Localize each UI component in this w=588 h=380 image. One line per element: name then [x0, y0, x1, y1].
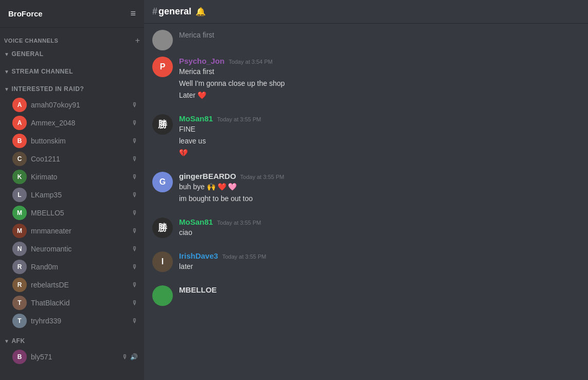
avatar: [152, 285, 173, 306]
list-item[interactable]: C Coo1211 🎙: [2, 150, 142, 168]
bell-icon[interactable]: 🔔: [195, 7, 206, 16]
message-line: Later ❤️: [179, 90, 580, 101]
message-header: MoSan81 Today at 3:55 PM: [179, 114, 580, 123]
sidebar: BroForce ≡ VOICE CHANNELS + ▼ General ▼ …: [0, 0, 144, 380]
message-text: FINEleave us💔: [179, 124, 580, 158]
message-header: Psycho_Jon Today at 3:54 PM: [179, 57, 580, 65]
message-content: MBELLOE: [179, 285, 580, 306]
mic-icon: 🎙: [132, 191, 138, 198]
server-header[interactable]: BroForce ≡: [0, 0, 144, 28]
message-timestamp: Today at 3:55 PM: [222, 254, 266, 260]
message-author: IrishDave3: [179, 251, 218, 260]
voice-channels-label: VOICE CHANNELS: [4, 38, 58, 44]
channel-name-text: general: [158, 6, 191, 16]
list-item[interactable]: N Neuromantic 🎙: [2, 240, 142, 258]
mic-icon: 🎙: [132, 317, 138, 324]
list-item[interactable]: B bly571 🎙 🔊: [2, 348, 142, 366]
list-item[interactable]: T tryhrd339 🎙: [2, 312, 142, 330]
message-timestamp: Today at 3:54 PM: [228, 59, 273, 65]
list-item[interactable]: K Kirimato 🎙: [2, 168, 142, 186]
user-name-label: mnmaneater: [31, 227, 132, 235]
message-line: Merica first: [179, 30, 580, 41]
message-group: I IrishDave3 Today at 3:55 PM later: [152, 249, 580, 275]
category-general[interactable]: ▼ General: [0, 47, 144, 61]
user-icons: 🎙 🔊: [122, 353, 138, 360]
message-line: 💔: [179, 148, 580, 158]
avatar: R: [12, 260, 27, 274]
list-item[interactable]: A Ammex_2048 🎙: [2, 114, 142, 132]
user-icons: 🎙: [132, 245, 138, 252]
mic-icon: 🎙: [132, 227, 138, 234]
channel-group-afk: ▼ AFK B bly571 🎙 🔊: [0, 334, 144, 370]
channel-group-stream: ▼ Stream Channel: [0, 65, 144, 82]
message-content: Merica first: [179, 30, 580, 50]
user-name-label: Coo1211: [31, 155, 132, 163]
list-item[interactable]: R rebelartsDE 🎙: [2, 276, 142, 294]
message-text: later: [179, 261, 580, 272]
message-group: MBELLOE: [152, 283, 580, 308]
category-stream-label: Stream Channel: [11, 68, 73, 75]
message-author: MBELLOE: [179, 285, 217, 294]
list-item[interactable]: R Rand0m 🎙: [2, 258, 142, 276]
user-name-label: LKamp35: [31, 191, 132, 199]
channel-group-raid: ▼ Interested In Raid? A amah07okoy91 🎙 A…: [0, 82, 144, 334]
message-group: P Psycho_Jon Today at 3:54 PM Merica fir…: [152, 55, 580, 104]
category-raid-label: Interested In Raid?: [11, 85, 84, 93]
list-item[interactable]: M mnmaneater 🎙: [2, 222, 142, 240]
avatar: A: [12, 98, 27, 112]
message-group: G gingerBEARDO Today at 3:55 PM buh bye …: [152, 170, 580, 207]
category-general-label: General: [11, 50, 43, 58]
add-channel-icon[interactable]: +: [135, 36, 140, 45]
user-name-label: MBELLO5: [31, 209, 132, 217]
user-name-label: ThatBlacKid: [31, 299, 132, 307]
mic-icon: 🎙: [132, 209, 138, 216]
mic-icon: 🎙: [122, 353, 128, 360]
user-icons: 🎙: [132, 317, 138, 324]
message-line: Merica first: [179, 66, 580, 77]
chevron-raid-icon: ▼: [4, 86, 9, 92]
user-name-label: Rand0m: [31, 263, 132, 271]
message-group: Merica first: [152, 28, 580, 52]
avatar: L: [12, 188, 27, 202]
user-name-label: buttonskim: [31, 137, 132, 145]
avatar: R: [12, 278, 27, 292]
message-text: Merica firstWell I'm gonna close up the …: [179, 66, 580, 101]
chevron-afk-icon: ▼: [4, 338, 9, 344]
main-content: #general 🔔 Merica first P Psycho_Jon Tod…: [144, 0, 588, 380]
message-line: ciao: [179, 227, 580, 238]
user-icons: 🎙: [132, 191, 138, 198]
list-item[interactable]: M MBELLO5 🎙: [2, 204, 142, 222]
mic-icon: 🎙: [132, 137, 138, 144]
avatar: N: [12, 242, 27, 256]
hamburger-icon[interactable]: ≡: [130, 8, 136, 19]
category-afk-label: AFK: [11, 337, 25, 345]
category-stream[interactable]: ▼ Stream Channel: [0, 65, 144, 78]
message-text: buh bye 🙌 ❤️ 🩷im bought to be out too: [179, 182, 580, 204]
user-icons: 🎙: [132, 137, 138, 144]
mic-icon: 🎙: [132, 101, 138, 108]
avatar: B: [12, 134, 27, 148]
avatar: I: [152, 251, 173, 272]
avatar: P: [152, 57, 173, 77]
message-content: IrishDave3 Today at 3:55 PM later: [179, 251, 580, 273]
list-item[interactable]: T ThatBlacKid 🎙: [2, 294, 142, 312]
list-item[interactable]: B buttonskim 🎙: [2, 132, 142, 150]
user-icons: 🎙: [132, 155, 138, 162]
user-icons: 🎙: [132, 119, 138, 126]
list-item[interactable]: L LKamp35 🎙: [2, 186, 142, 204]
user-name-label: amah07okoy91: [31, 101, 132, 109]
user-icons: 🎙: [132, 173, 138, 180]
mic-icon: 🎙: [132, 173, 138, 180]
list-item[interactable]: A amah07okoy91 🎙: [2, 96, 142, 114]
user-name-label: tryhrd339: [31, 317, 132, 325]
message-group: 勝 MoSan81 Today at 3:55 PM FINEleave us💔: [152, 112, 580, 161]
message-line: FINE: [179, 124, 580, 135]
message-line: buh bye 🙌 ❤️ 🩷: [179, 182, 580, 192]
category-afk[interactable]: ▼ AFK: [0, 334, 144, 348]
message-timestamp: Today at 3:55 PM: [217, 220, 261, 226]
user-icons: 🎙: [132, 281, 138, 288]
message-timestamp: Today at 3:55 PM: [217, 116, 261, 122]
mic-icon: 🎙: [132, 299, 138, 306]
message-header: gingerBEARDO Today at 3:55 PM: [179, 172, 580, 180]
category-raid[interactable]: ▼ Interested In Raid?: [0, 82, 144, 96]
